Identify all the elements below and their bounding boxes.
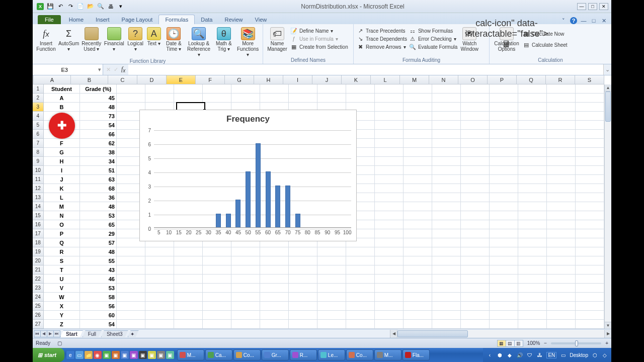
cell-S25[interactable] xyxy=(576,302,604,311)
cell-O22[interactable] xyxy=(461,275,490,284)
taskbar-item[interactable]: R... xyxy=(290,349,317,360)
chart-bar[interactable] xyxy=(275,186,280,228)
cell-P26[interactable] xyxy=(490,311,518,320)
column-header-D[interactable]: D xyxy=(137,75,167,84)
print-preview-icon[interactable]: 🔍 xyxy=(97,3,104,10)
cell-K23[interactable] xyxy=(346,284,375,293)
cell-C1[interactable] xyxy=(117,84,145,94)
column-header-P[interactable]: P xyxy=(488,75,517,84)
cell-P2[interactable] xyxy=(490,94,518,103)
hscroll-thumb[interactable] xyxy=(397,330,468,337)
cell-D27[interactable] xyxy=(145,320,174,329)
cell-Q2[interactable] xyxy=(518,94,547,103)
cell-R6[interactable] xyxy=(547,130,576,139)
cell-O19[interactable] xyxy=(461,247,490,256)
cell-L23[interactable] xyxy=(375,284,404,293)
tray-volume-icon[interactable]: 🔊 xyxy=(516,351,523,358)
cell-B22[interactable]: 46 xyxy=(80,275,117,284)
cell-P18[interactable] xyxy=(490,238,518,247)
cell-S15[interactable] xyxy=(576,211,604,220)
row-header-15[interactable]: 15 xyxy=(33,211,44,220)
cell-J24[interactable] xyxy=(317,293,346,302)
cell-L10[interactable] xyxy=(375,166,404,175)
logical-button[interactable]: ? Logical ▾ xyxy=(126,26,144,52)
name-box-input[interactable] xyxy=(33,67,96,73)
cell-N16[interactable] xyxy=(432,220,461,229)
cell-H2[interactable] xyxy=(260,94,289,103)
ql-chrome-icon[interactable]: ◉ xyxy=(94,351,102,359)
cell-L15[interactable] xyxy=(375,211,404,220)
cell-B21[interactable]: 43 xyxy=(80,265,117,275)
cell-L26[interactable] xyxy=(375,311,404,320)
cell-I20[interactable] xyxy=(289,256,317,265)
cell-A24[interactable]: W xyxy=(44,293,80,302)
cell-J23[interactable] xyxy=(317,284,346,293)
cell-O23[interactable] xyxy=(461,284,490,293)
cell-R16[interactable] xyxy=(547,220,576,229)
tray-network-icon[interactable]: 🖧 xyxy=(536,351,543,358)
cell-S9[interactable] xyxy=(576,157,604,166)
maximize-button[interactable]: □ xyxy=(588,3,597,10)
cell-O3[interactable] xyxy=(461,103,490,112)
cell-R9[interactable] xyxy=(547,157,576,166)
taskbar-item[interactable]: M... xyxy=(374,349,401,360)
quick-print-icon[interactable]: 🖶 xyxy=(107,3,114,10)
row-header-26[interactable]: 26 xyxy=(33,311,44,320)
cell-F20[interactable] xyxy=(203,256,231,265)
vertical-scrollbar[interactable]: ▲ ▼ xyxy=(604,84,611,329)
trace-dependents-button[interactable]: ↘Trace Dependents xyxy=(357,35,407,42)
cell-F19[interactable] xyxy=(203,247,231,256)
normal-view-icon[interactable]: ▦ xyxy=(497,340,506,347)
cell-S1[interactable] xyxy=(576,84,604,94)
cell-B10[interactable]: 51 xyxy=(80,166,117,175)
cell-B27[interactable]: 54 xyxy=(80,320,117,329)
cell-P17[interactable] xyxy=(490,229,518,238)
row-header-21[interactable]: 21 xyxy=(33,265,44,275)
more-functions-button[interactable]: 📚 More Functions ▾ xyxy=(236,26,260,57)
close-button[interactable]: ✕ xyxy=(599,3,608,10)
cell-L14[interactable] xyxy=(375,202,404,211)
cell-N7[interactable] xyxy=(432,139,461,148)
taskbar-item[interactable]: Fla... xyxy=(403,349,430,360)
cell-Q7[interactable] xyxy=(518,139,547,148)
ql-app6-icon[interactable]: ▣ xyxy=(148,351,156,359)
expand-formula-bar-icon[interactable]: ⌄ xyxy=(603,64,611,75)
financial-button[interactable]: Financial ▾ xyxy=(104,26,124,52)
name-box[interactable]: ▾ xyxy=(33,64,103,75)
cell-N17[interactable] xyxy=(432,229,461,238)
cell-D21[interactable] xyxy=(145,265,174,275)
cell-I24[interactable] xyxy=(289,293,317,302)
row-header-10[interactable]: 10 xyxy=(33,166,44,175)
cell-S21[interactable] xyxy=(576,265,604,275)
cell-Q4[interactable] xyxy=(518,112,547,121)
use-in-formula-button[interactable]: ƒUse in Formula ▾ xyxy=(290,35,348,42)
cell-L13[interactable] xyxy=(375,193,404,202)
cell-L17[interactable] xyxy=(375,229,404,238)
cell-N2[interactable] xyxy=(432,94,461,103)
cell-O15[interactable] xyxy=(461,211,490,220)
tab-page-layout[interactable]: Page Layout xyxy=(116,15,159,24)
cell-K26[interactable] xyxy=(346,311,375,320)
row-header-24[interactable]: 24 xyxy=(33,293,44,302)
cell-M10[interactable] xyxy=(404,166,432,175)
ql-app7-icon[interactable]: ▣ xyxy=(157,351,165,359)
cell-A3[interactable]: B xyxy=(44,103,80,112)
scroll-thumb[interactable] xyxy=(605,92,611,122)
ql-app2-icon[interactable]: ▣ xyxy=(112,351,120,359)
cell-P15[interactable] xyxy=(490,211,518,220)
cell-N15[interactable] xyxy=(432,211,461,220)
chart-bar[interactable] xyxy=(266,171,271,228)
cell-J20[interactable] xyxy=(317,256,346,265)
cell-M12[interactable] xyxy=(404,184,432,193)
start-button[interactable]: ⊞ start xyxy=(33,348,64,362)
taskbar-item[interactable]: M... xyxy=(177,349,204,360)
define-name-button[interactable]: 📝Define Name ▾ xyxy=(290,27,348,34)
cell-R2[interactable] xyxy=(547,94,576,103)
insert-function-button[interactable]: fx Insert Function xyxy=(36,26,56,52)
cell-J27[interactable] xyxy=(317,320,346,329)
cell-R17[interactable] xyxy=(547,229,576,238)
row-header-17[interactable]: 17 xyxy=(33,229,44,238)
cell-N11[interactable] xyxy=(432,175,461,184)
row-header-11[interactable]: 11 xyxy=(33,175,44,184)
cell-L16[interactable] xyxy=(375,220,404,229)
